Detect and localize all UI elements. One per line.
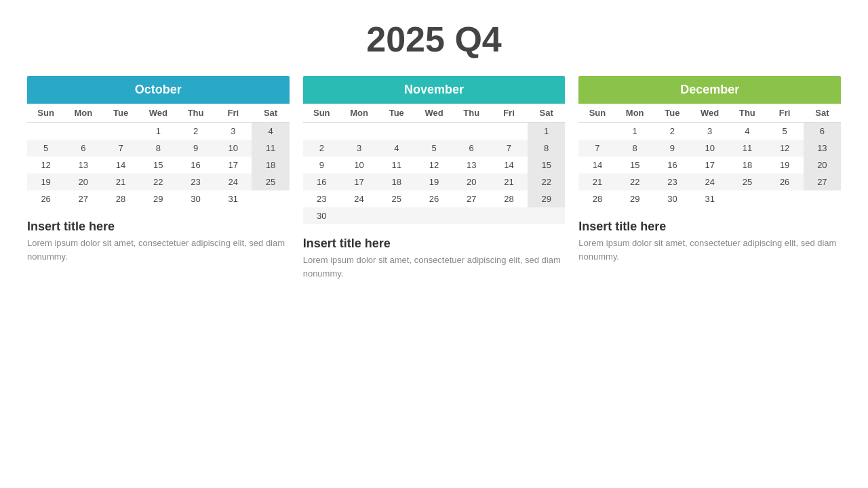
- calendar-day: 24: [691, 174, 728, 190]
- calendar-day: 24: [340, 190, 378, 207]
- calendar-day: 12: [27, 157, 64, 174]
- calendar-day: 9: [654, 140, 691, 157]
- day-header-Fri: Fri: [214, 104, 252, 123]
- calendar-day: 12: [415, 157, 452, 174]
- day-header-Mon: Mon: [616, 104, 654, 123]
- calendar-day: 7: [578, 140, 616, 157]
- calendar-day: 15: [616, 157, 654, 174]
- calendar-october: OctoberSunMonTueWedThuFriSat123456789101…: [27, 76, 290, 280]
- calendar-day: 20: [453, 174, 490, 190]
- day-header-Tue: Tue: [378, 104, 415, 123]
- calendar-day: [415, 123, 452, 140]
- calendar-day: [490, 123, 528, 140]
- calendar-day: 22: [140, 174, 177, 190]
- day-header-Sat: Sat: [528, 104, 565, 123]
- calendar-day: 25: [252, 174, 289, 190]
- calendar-day: 22: [616, 174, 654, 190]
- calendar-day: 12: [766, 140, 804, 157]
- calendar-day: 8: [616, 140, 654, 157]
- calendar-day: 8: [140, 140, 177, 157]
- calendar-day: 8: [528, 140, 565, 157]
- calendar-day: 6: [804, 123, 841, 140]
- calendar-day: [378, 207, 415, 224]
- day-header-Sun: Sun: [27, 104, 64, 123]
- calendar-day: 18: [252, 157, 289, 174]
- day-header-Tue: Tue: [102, 104, 139, 123]
- calendar-day: [340, 207, 378, 224]
- calendar-day: 26: [27, 190, 64, 207]
- section-body-december: Lorem ipsum dolor sit amet, consectetuer…: [578, 237, 841, 263]
- calendar-day: 21: [578, 174, 616, 190]
- calendar-day: 11: [728, 140, 766, 157]
- calendar-day: 21: [102, 174, 139, 190]
- calendar-day: 17: [214, 157, 252, 174]
- calendar-day: 21: [490, 174, 528, 190]
- day-header-Wed: Wed: [140, 104, 177, 123]
- day-header-Tue: Tue: [654, 104, 691, 123]
- calendar-day: 5: [766, 123, 804, 140]
- day-header-Sat: Sat: [804, 104, 841, 123]
- calendar-day: 3: [214, 123, 252, 140]
- calendar-header-october: October: [27, 76, 290, 104]
- calendar-day: 29: [528, 190, 565, 207]
- calendar-day: [340, 123, 378, 140]
- calendar-day: 7: [490, 140, 528, 157]
- calendar-day: [578, 123, 616, 140]
- calendar-day: 13: [453, 157, 490, 174]
- calendars-container: OctoberSunMonTueWedThuFriSat123456789101…: [0, 76, 868, 280]
- day-header-Thu: Thu: [453, 104, 490, 123]
- calendar-day: 2: [303, 140, 340, 157]
- calendar-day: 17: [691, 157, 728, 174]
- calendar-day: 30: [654, 190, 691, 207]
- calendar-day: 31: [691, 190, 728, 207]
- calendar-day: 28: [578, 190, 616, 207]
- calendar-day: 18: [378, 174, 415, 190]
- calendar-day: 4: [252, 123, 289, 140]
- calendar-day: 27: [453, 190, 490, 207]
- calendar-day: 28: [102, 190, 139, 207]
- calendar-day: 26: [766, 174, 804, 190]
- calendar-day: 11: [378, 157, 415, 174]
- day-header-Wed: Wed: [415, 104, 452, 123]
- calendar-day: 23: [654, 174, 691, 190]
- calendar-day: 20: [64, 174, 102, 190]
- calendar-day: 5: [415, 140, 452, 157]
- calendar-day: 23: [177, 174, 214, 190]
- calendar-day: 23: [303, 190, 340, 207]
- calendar-day: 20: [804, 157, 841, 174]
- calendar-day: 11: [252, 140, 289, 157]
- calendar-day: 3: [340, 140, 378, 157]
- calendar-day: 7: [102, 140, 139, 157]
- calendar-day: 17: [340, 174, 378, 190]
- calendar-day: 14: [490, 157, 528, 174]
- calendar-day: 5: [27, 140, 64, 157]
- calendar-day: 25: [728, 174, 766, 190]
- calendar-day: 4: [378, 140, 415, 157]
- section-body-october: Lorem ipsum dolor sit amet, consectetuer…: [27, 237, 290, 263]
- day-header-Fri: Fri: [766, 104, 804, 123]
- calendar-day: [303, 123, 340, 140]
- calendar-day: 13: [64, 157, 102, 174]
- calendar-day: [766, 190, 804, 207]
- calendar-day: [252, 190, 289, 207]
- calendar-day: [453, 207, 490, 224]
- calendar-day: 25: [378, 190, 415, 207]
- calendar-november: NovemberSunMonTueWedThuFriSat12345678910…: [303, 76, 566, 280]
- page-title: 2025 Q4: [0, 0, 868, 76]
- day-header-Wed: Wed: [691, 104, 728, 123]
- calendar-day: 2: [177, 123, 214, 140]
- calendar-day: 3: [691, 123, 728, 140]
- calendar-day: 9: [303, 157, 340, 174]
- calendar-day: 27: [64, 190, 102, 207]
- calendar-day: [102, 123, 139, 140]
- day-header-Thu: Thu: [177, 104, 214, 123]
- day-header-Sun: Sun: [578, 104, 616, 123]
- calendar-day: 6: [453, 140, 490, 157]
- calendar-day: 15: [140, 157, 177, 174]
- day-header-Sun: Sun: [303, 104, 340, 123]
- calendar-day: 28: [490, 190, 528, 207]
- calendar-day: 15: [528, 157, 565, 174]
- section-title-november: Insert title here: [303, 237, 566, 251]
- calendar-day: 13: [804, 140, 841, 157]
- calendar-day: 30: [303, 207, 340, 224]
